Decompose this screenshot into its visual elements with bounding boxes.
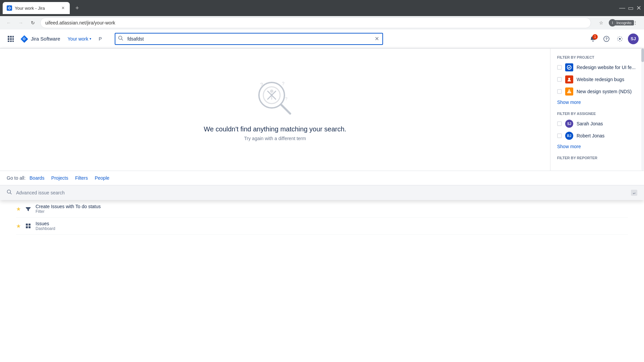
search-input[interactable]: [115, 33, 383, 45]
svg-rect-7: [8, 41, 9, 42]
goto-people-link[interactable]: People: [95, 175, 109, 181]
svg-rect-1: [8, 36, 9, 38]
svg-rect-36: [29, 226, 31, 228]
svg-line-31: [10, 193, 12, 194]
logo-text: Jira Software: [31, 36, 60, 42]
svg-point-18: [270, 89, 273, 93]
filter-checkbox-assignee-2[interactable]: [557, 133, 562, 138]
svg-line-11: [121, 39, 123, 40]
svg-text:?: ?: [605, 37, 608, 41]
filter-checkbox-1[interactable]: [557, 65, 562, 70]
star-icon-1[interactable]: ★: [16, 206, 21, 212]
show-more-assignees[interactable]: Show more: [557, 144, 637, 149]
filter-checkbox-assignee-1[interactable]: [557, 121, 562, 126]
filter-project-2-name: Website redesign bugs: [577, 77, 624, 82]
assignee-avatar-1: SJ: [565, 120, 573, 128]
advanced-search-enter-hint: ↵: [631, 190, 637, 196]
new-tab-button[interactable]: +: [72, 3, 82, 13]
work-item-1-info: Create Issues with To do status Filter: [36, 204, 628, 214]
close-window-button[interactable]: ✕: [636, 4, 641, 12]
apps-menu-button[interactable]: [5, 34, 16, 44]
advanced-search-icon: [7, 189, 12, 196]
project-icon-1: [565, 63, 573, 71]
search-empty-icon: ? ? ?: [255, 78, 295, 119]
svg-rect-6: [12, 38, 14, 40]
app-logo[interactable]: Jira Software: [20, 35, 60, 43]
browser-actions: ☆ I Incognito ⋮: [596, 18, 640, 27]
browser-controls: ← → ↻ uifeed.atlassian.net/jira/your-wor…: [0, 16, 644, 29]
back-button[interactable]: ←: [4, 18, 13, 27]
advanced-search-label: Advanced issue search: [16, 190, 627, 195]
filter-assignee-1[interactable]: SJ Sarah Jonas: [557, 120, 637, 128]
help-button[interactable]: ?: [601, 34, 612, 44]
forward-button[interactable]: →: [16, 18, 25, 27]
work-item-1[interactable]: ★ Create Issues with To do status Filter: [16, 200, 628, 218]
svg-text:?: ?: [285, 97, 287, 101]
menu-button[interactable]: ⋮: [631, 18, 640, 27]
project-icon-3: [565, 87, 573, 96]
browser-chrome: Your work - Jira ✕ + — ▭ ✕: [0, 0, 644, 16]
svg-rect-2: [10, 36, 12, 38]
top-nav: Jira Software Your work ▾ P ✕: [0, 29, 644, 48]
search-clear-button[interactable]: ✕: [374, 36, 380, 42]
search-dropdown: ? ? ? We couldn't find anything matching…: [0, 48, 644, 200]
address-bar[interactable]: uifeed.atlassian.net/jira/your-work: [40, 17, 591, 28]
scroll-track: [641, 49, 644, 171]
work-item-1-name: Create Issues with To do status: [36, 204, 628, 209]
tab-close-button[interactable]: ✕: [60, 5, 66, 11]
user-avatar[interactable]: SJ: [628, 34, 639, 44]
work-item-2-name: Issues: [36, 221, 628, 226]
filter-by-project-label: FILTER BY PROJECT: [557, 55, 637, 59]
search-icon: [118, 36, 123, 42]
work-item-1-type: Filter: [36, 209, 628, 214]
goto-projects-link[interactable]: Projects: [51, 175, 68, 181]
search-empty-state: ? ? ? We couldn't find anything matching…: [0, 49, 550, 171]
filter-project-3[interactable]: New design system (NDS): [557, 87, 637, 96]
svg-rect-4: [8, 38, 9, 40]
nav-right-actions: 1 ? SJ: [588, 34, 639, 44]
assignee-2-name: Robert Jonas: [577, 133, 604, 138]
filter-project-1[interactable]: Redesign website for UI fe...: [557, 63, 637, 71]
work-items-list: ★ Create Issues with To do status Filter…: [16, 200, 628, 235]
show-more-projects[interactable]: Show more: [557, 100, 637, 105]
extensions-button[interactable]: Incognito: [619, 18, 629, 27]
svg-rect-8: [10, 41, 12, 42]
goto-filters-link[interactable]: Filters: [75, 175, 88, 181]
filter-checkbox-2[interactable]: [557, 77, 562, 82]
svg-text:?: ?: [260, 82, 263, 88]
search-empty-subtitle: Try again with a different term: [244, 136, 306, 141]
filter-project-2[interactable]: Website redesign bugs: [557, 75, 637, 83]
filter-checkbox-3[interactable]: [557, 89, 562, 94]
assignee-1-name: Sarah Jonas: [577, 121, 603, 126]
scroll-thumb[interactable]: [641, 49, 644, 62]
search-results-area: ? ? ? We couldn't find anything matching…: [0, 49, 644, 171]
filter-by-assignee-label: FILTER BY ASSIGNEE: [557, 112, 637, 116]
nav-item-your-work[interactable]: Your work ▾: [64, 34, 95, 44]
svg-line-16: [281, 105, 290, 114]
reload-button[interactable]: ↻: [28, 18, 38, 27]
tab-title: Your work - Jira: [15, 6, 58, 11]
app-container: Jira Software Your work ▾ P ✕: [0, 29, 644, 362]
goto-boards-link[interactable]: Boards: [30, 175, 44, 181]
jira-tab-icon: [7, 5, 12, 11]
go-to-all-bar: Go to all: Boards Projects Filters Peopl…: [0, 171, 644, 185]
maximize-button[interactable]: ▭: [628, 4, 634, 12]
nav-item-projects[interactable]: P: [95, 34, 105, 44]
minimize-button[interactable]: —: [619, 4, 625, 12]
settings-button[interactable]: [614, 34, 625, 44]
advanced-search-bar[interactable]: Advanced issue search ↵: [0, 185, 644, 200]
filter-icon-1: [25, 205, 32, 212]
url-text: uifeed.atlassian.net/jira/your-work: [45, 20, 115, 25]
filter-assignee-2[interactable]: RJ Robert Jonas: [557, 132, 637, 140]
filter-by-reporter-label: FILTER BY REPORTER: [557, 156, 637, 160]
bookmark-button[interactable]: ☆: [596, 18, 606, 27]
notifications-button[interactable]: 1: [588, 34, 598, 44]
work-item-2[interactable]: ★ Issues Dashboard: [16, 218, 628, 235]
go-to-all-label: Go to all:: [7, 175, 25, 181]
svg-rect-5: [10, 38, 12, 40]
svg-rect-35: [26, 226, 28, 228]
star-icon-2[interactable]: ★: [16, 223, 21, 229]
browser-tab[interactable]: Your work - Jira ✕: [3, 2, 70, 14]
svg-rect-27: [567, 92, 571, 93]
nav-items: Your work ▾ P: [64, 34, 105, 44]
